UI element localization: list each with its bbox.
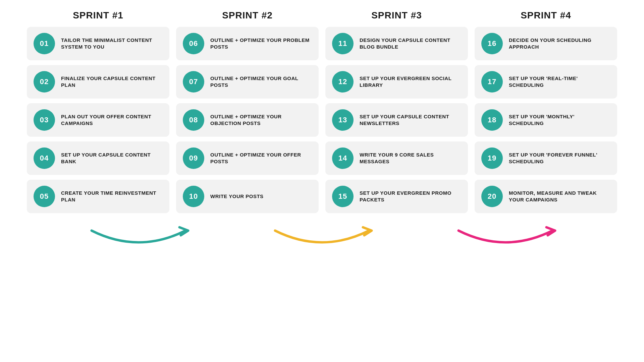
step-circle-20: 20: [481, 186, 503, 207]
step-label-06: OUTLINE + OPTIMIZE YOUR PROBLEM POSTS: [210, 37, 312, 51]
step-card-19: 19SET UP YOUR 'FOREVER FUNNEL' SCHEDULIN…: [475, 141, 617, 175]
step-card-10: 10WRITE YOUR POSTS: [176, 180, 319, 213]
step-circle-09: 09: [183, 147, 204, 169]
arrow-3: [452, 224, 559, 254]
step-label-20: MONITOR, MEASURE AND TWEAK YOUR CAMPAIGN…: [509, 190, 610, 203]
step-label-03: PLAN OUT YOUR OFFER CONTENT CAMPAIGNS: [61, 113, 163, 127]
step-number-18: 18: [488, 116, 496, 124]
step-number-14: 14: [338, 154, 347, 163]
sprint-column-2: SPRINT #206OUTLINE + OPTIMIZE YOUR PROBL…: [176, 10, 319, 218]
step-label-07: OUTLINE + OPTIMIZE YOUR GOAL POSTS: [210, 75, 312, 89]
step-circle-15: 15: [332, 186, 354, 207]
step-number-04: 04: [40, 154, 49, 163]
step-circle-10: 10: [183, 186, 204, 207]
step-card-04: 04SET UP YOUR CAPSULE CONTENT BANK: [27, 141, 169, 175]
step-label-12: SET UP YOUR EVERGREEN SOCIAL LIBRARY: [360, 75, 461, 89]
step-circle-12: 12: [332, 71, 354, 93]
step-label-09: OUTLINE + OPTIMIZE YOUR OFFER POSTS: [210, 152, 312, 165]
sprint-header-2: SPRINT #2: [222, 10, 273, 21]
step-number-06: 06: [189, 39, 198, 48]
step-circle-13: 13: [332, 109, 354, 131]
step-label-05: CREATE YOUR TIME REINVESTMENT PLAN: [61, 190, 163, 203]
step-number-01: 01: [40, 39, 49, 48]
step-card-20: 20MONITOR, MEASURE AND TWEAK YOUR CAMPAI…: [475, 180, 617, 213]
sprint-column-1: SPRINT #101TAILOR THE MINIMALIST CONTENT…: [27, 10, 169, 218]
step-number-03: 03: [40, 116, 49, 124]
step-circle-19: 19: [481, 147, 503, 169]
step-label-02: FINALIZE YOUR CAPSULE CONTENT PLAN: [61, 75, 163, 89]
step-card-09: 09OUTLINE + OPTIMIZE YOUR OFFER POSTS: [176, 141, 319, 175]
step-card-14: 14WRITE YOUR 9 CORE SALES MESSAGES: [325, 141, 468, 175]
step-number-20: 20: [488, 192, 496, 201]
sprint-header-4: SPRINT #4: [521, 10, 571, 21]
step-number-02: 02: [40, 77, 49, 86]
step-label-14: WRITE YOUR 9 CORE SALES MESSAGES: [360, 152, 461, 165]
step-card-05: 05CREATE YOUR TIME REINVESTMENT PLAN: [27, 180, 169, 213]
step-circle-18: 18: [481, 109, 503, 131]
step-number-11: 11: [338, 39, 347, 48]
step-card-18: 18SET UP YOUR 'MONTHLY' SCHEDULING: [475, 103, 617, 137]
step-number-17: 17: [488, 77, 496, 86]
sprint-column-4: SPRINT #416DECIDE ON YOUR SCHEDULING APP…: [475, 10, 617, 218]
step-label-11: DESIGN YOUR CAPSULE CONTENT BLOG BUNDLE: [360, 37, 461, 51]
arrow-1: [85, 224, 192, 254]
step-circle-01: 01: [34, 33, 55, 54]
step-circle-16: 16: [481, 33, 503, 54]
step-number-07: 07: [189, 77, 198, 86]
step-number-12: 12: [338, 77, 347, 86]
step-circle-05: 05: [34, 186, 55, 207]
step-card-01: 01TAILOR THE MINIMALIST CONTENT SYSTEM T…: [27, 27, 169, 60]
step-card-03: 03PLAN OUT YOUR OFFER CONTENT CAMPAIGNS: [27, 103, 169, 137]
step-label-17: SET UP YOUR 'REAL-TIME' SCHEDULING: [509, 75, 610, 89]
step-card-15: 15SET UP YOUR EVERGREEN PROMO PACKETS: [325, 180, 468, 213]
step-circle-08: 08: [183, 109, 204, 131]
step-label-01: TAILOR THE MINIMALIST CONTENT SYSTEM TO …: [61, 37, 163, 51]
sprint-grid: SPRINT #101TAILOR THE MINIMALIST CONTENT…: [27, 10, 617, 218]
step-card-13: 13SET UP YOUR CAPSULE CONTENT NEWSLETTER…: [325, 103, 468, 137]
step-card-17: 17SET UP YOUR 'REAL-TIME' SCHEDULING: [475, 65, 617, 99]
step-label-04: SET UP YOUR CAPSULE CONTENT BANK: [61, 152, 163, 165]
step-circle-06: 06: [183, 33, 204, 54]
step-card-06: 06OUTLINE + OPTIMIZE YOUR PROBLEM POSTS: [176, 27, 319, 60]
step-card-08: 08OUTLINE + OPTIMIZE YOUR OBJECTION POST…: [176, 103, 319, 137]
step-circle-02: 02: [34, 71, 55, 93]
step-number-10: 10: [189, 192, 198, 201]
step-circle-11: 11: [332, 33, 354, 54]
step-card-16: 16DECIDE ON YOUR SCHEDULING APPROACH: [475, 27, 617, 60]
step-circle-17: 17: [481, 71, 503, 93]
step-circle-07: 07: [183, 71, 204, 93]
step-label-18: SET UP YOUR 'MONTHLY' SCHEDULING: [509, 113, 610, 127]
step-card-12: 12SET UP YOUR EVERGREEN SOCIAL LIBRARY: [325, 65, 468, 99]
sprint-header-1: SPRINT #1: [73, 10, 123, 21]
step-label-19: SET UP YOUR 'FOREVER FUNNEL' SCHEDULING: [509, 152, 610, 165]
step-label-08: OUTLINE + OPTIMIZE YOUR OBJECTION POSTS: [210, 113, 312, 127]
step-card-02: 02FINALIZE YOUR CAPSULE CONTENT PLAN: [27, 65, 169, 99]
step-label-10: WRITE YOUR POSTS: [210, 193, 264, 200]
step-circle-03: 03: [34, 109, 55, 131]
step-label-16: DECIDE ON YOUR SCHEDULING APPROACH: [509, 37, 610, 51]
step-circle-14: 14: [332, 147, 354, 169]
step-number-16: 16: [488, 39, 496, 48]
step-label-13: SET UP YOUR CAPSULE CONTENT NEWSLETTERS: [360, 113, 461, 127]
step-label-15: SET UP YOUR EVERGREEN PROMO PACKETS: [360, 190, 461, 203]
step-circle-04: 04: [34, 147, 55, 169]
step-number-05: 05: [40, 192, 49, 201]
step-number-09: 09: [189, 154, 198, 163]
arrows-row: [27, 224, 617, 254]
step-card-11: 11DESIGN YOUR CAPSULE CONTENT BLOG BUNDL…: [325, 27, 468, 60]
step-number-13: 13: [338, 116, 347, 124]
step-card-07: 07OUTLINE + OPTIMIZE YOUR GOAL POSTS: [176, 65, 319, 99]
sprint-column-3: SPRINT #311DESIGN YOUR CAPSULE CONTENT B…: [325, 10, 468, 218]
step-number-08: 08: [189, 116, 198, 124]
sprint-header-3: SPRINT #3: [371, 10, 422, 21]
step-number-15: 15: [338, 192, 347, 201]
arrow-2: [268, 224, 376, 254]
step-number-19: 19: [488, 154, 496, 163]
